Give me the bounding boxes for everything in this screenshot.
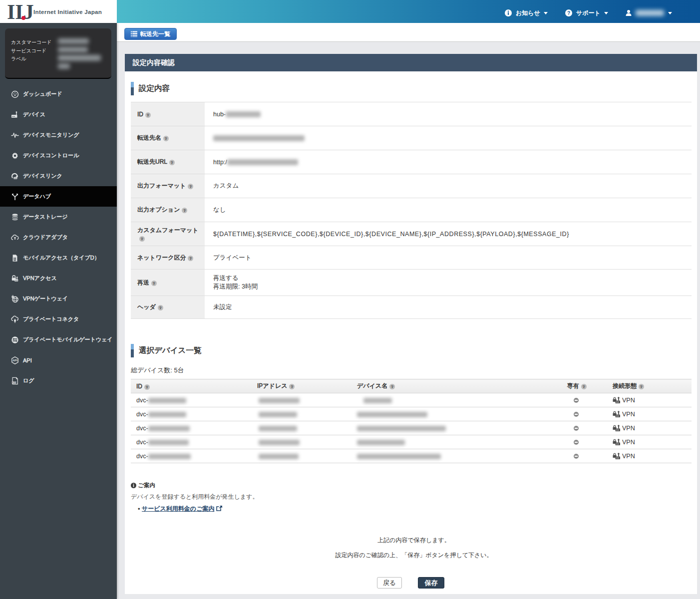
svg-text:LOG: LOG	[12, 381, 16, 383]
svg-text:API: API	[12, 359, 17, 362]
svg-text:?: ?	[567, 10, 570, 16]
